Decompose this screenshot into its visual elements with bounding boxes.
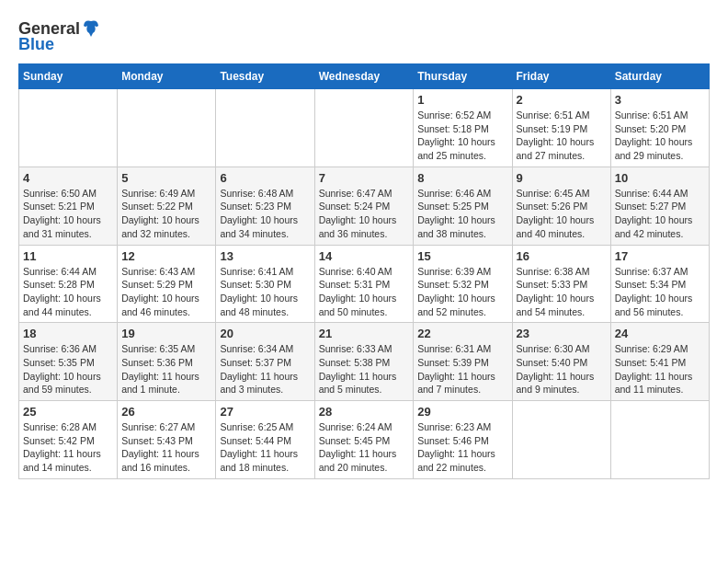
calendar-cell: 16Sunrise: 6:38 AMSunset: 5:33 PMDayligh… xyxy=(512,245,610,323)
day-info: Sunrise: 6:36 AMSunset: 5:35 PMDaylight:… xyxy=(23,342,113,396)
calendar-week-row: 25Sunrise: 6:28 AMSunset: 5:42 PMDayligh… xyxy=(19,401,710,479)
calendar-cell xyxy=(610,401,709,479)
calendar-cell: 26Sunrise: 6:27 AMSunset: 5:43 PMDayligh… xyxy=(118,401,216,479)
day-info: Sunrise: 6:43 AMSunset: 5:29 PMDaylight:… xyxy=(121,265,211,319)
calendar-cell: 1Sunrise: 6:52 AMSunset: 5:18 PMDaylight… xyxy=(414,89,512,167)
day-number: 28 xyxy=(319,405,410,419)
calendar-cell: 7Sunrise: 6:47 AMSunset: 5:24 PMDaylight… xyxy=(314,167,414,245)
day-info: Sunrise: 6:31 AMSunset: 5:39 PMDaylight:… xyxy=(417,342,507,396)
day-number: 3 xyxy=(615,93,705,107)
calendar-header-wednesday: Wednesday xyxy=(314,64,414,89)
day-number: 10 xyxy=(615,171,705,185)
day-info: Sunrise: 6:30 AMSunset: 5:40 PMDaylight:… xyxy=(517,342,607,396)
calendar-cell: 5Sunrise: 6:49 AMSunset: 5:22 PMDaylight… xyxy=(118,167,216,245)
day-number: 24 xyxy=(615,327,705,340)
calendar-cell: 19Sunrise: 6:35 AMSunset: 5:36 PMDayligh… xyxy=(118,323,216,401)
day-number: 9 xyxy=(517,171,607,185)
day-info: Sunrise: 6:50 AMSunset: 5:21 PMDaylight:… xyxy=(23,187,113,241)
day-number: 1 xyxy=(417,93,507,107)
day-info: Sunrise: 6:35 AMSunset: 5:36 PMDaylight:… xyxy=(121,342,211,396)
day-info: Sunrise: 6:51 AMSunset: 5:19 PMDaylight:… xyxy=(517,109,607,163)
day-number: 5 xyxy=(121,171,211,185)
calendar-cell: 3Sunrise: 6:51 AMSunset: 5:20 PMDaylight… xyxy=(610,89,709,167)
logo-bird-icon xyxy=(81,18,101,39)
calendar-cell: 25Sunrise: 6:28 AMSunset: 5:42 PMDayligh… xyxy=(19,401,118,479)
day-info: Sunrise: 6:28 AMSunset: 5:42 PMDaylight:… xyxy=(23,420,113,475)
calendar-header-thursday: Thursday xyxy=(414,64,512,89)
calendar-cell: 29Sunrise: 6:23 AMSunset: 5:46 PMDayligh… xyxy=(414,401,512,479)
calendar-cell: 20Sunrise: 6:34 AMSunset: 5:37 PMDayligh… xyxy=(216,323,314,401)
calendar-cell: 14Sunrise: 6:40 AMSunset: 5:31 PMDayligh… xyxy=(314,245,414,323)
header: General Blue xyxy=(18,18,710,54)
day-info: Sunrise: 6:29 AMSunset: 5:41 PMDaylight:… xyxy=(615,342,705,396)
calendar-header-row: SundayMondayTuesdayWednesdayThursdayFrid… xyxy=(19,64,710,89)
day-info: Sunrise: 6:45 AMSunset: 5:26 PMDaylight:… xyxy=(517,187,607,241)
day-info: Sunrise: 6:40 AMSunset: 5:31 PMDaylight:… xyxy=(319,265,410,319)
calendar-header-sunday: Sunday xyxy=(19,64,118,89)
calendar-cell: 6Sunrise: 6:48 AMSunset: 5:23 PMDaylight… xyxy=(216,167,314,245)
calendar-header-saturday: Saturday xyxy=(610,64,709,89)
calendar-cell: 17Sunrise: 6:37 AMSunset: 5:34 PMDayligh… xyxy=(610,245,709,323)
day-number: 4 xyxy=(23,171,113,185)
calendar-cell: 18Sunrise: 6:36 AMSunset: 5:35 PMDayligh… xyxy=(19,323,118,401)
day-info: Sunrise: 6:52 AMSunset: 5:18 PMDaylight:… xyxy=(417,109,507,163)
day-number: 21 xyxy=(319,327,410,340)
day-number: 7 xyxy=(319,171,410,185)
calendar-cell: 23Sunrise: 6:30 AMSunset: 5:40 PMDayligh… xyxy=(512,323,610,401)
day-number: 12 xyxy=(121,249,211,263)
day-number: 16 xyxy=(517,249,607,263)
day-number: 20 xyxy=(220,327,310,340)
day-info: Sunrise: 6:39 AMSunset: 5:32 PMDaylight:… xyxy=(417,265,507,319)
day-number: 22 xyxy=(417,327,507,340)
calendar-cell xyxy=(118,89,216,167)
calendar-cell: 21Sunrise: 6:33 AMSunset: 5:38 PMDayligh… xyxy=(314,323,414,401)
day-number: 19 xyxy=(121,327,211,340)
day-info: Sunrise: 6:34 AMSunset: 5:37 PMDaylight:… xyxy=(220,342,310,396)
day-number: 2 xyxy=(517,93,607,107)
calendar-cell: 22Sunrise: 6:31 AMSunset: 5:39 PMDayligh… xyxy=(414,323,512,401)
calendar-cell: 2Sunrise: 6:51 AMSunset: 5:19 PMDaylight… xyxy=(512,89,610,167)
day-number: 18 xyxy=(23,327,113,340)
logo-blue-text: Blue xyxy=(18,35,54,54)
calendar-week-row: 11Sunrise: 6:44 AMSunset: 5:28 PMDayligh… xyxy=(19,245,710,323)
calendar-cell: 10Sunrise: 6:44 AMSunset: 5:27 PMDayligh… xyxy=(610,167,709,245)
calendar-cell xyxy=(512,401,610,479)
day-number: 26 xyxy=(121,405,211,419)
day-info: Sunrise: 6:48 AMSunset: 5:23 PMDaylight:… xyxy=(220,187,310,241)
day-info: Sunrise: 6:38 AMSunset: 5:33 PMDaylight:… xyxy=(517,265,607,319)
day-info: Sunrise: 6:44 AMSunset: 5:27 PMDaylight:… xyxy=(615,187,705,241)
calendar-cell: 28Sunrise: 6:24 AMSunset: 5:45 PMDayligh… xyxy=(314,401,414,479)
day-info: Sunrise: 6:23 AMSunset: 5:46 PMDaylight:… xyxy=(417,420,507,475)
calendar-cell: 12Sunrise: 6:43 AMSunset: 5:29 PMDayligh… xyxy=(118,245,216,323)
calendar-week-row: 18Sunrise: 6:36 AMSunset: 5:35 PMDayligh… xyxy=(19,323,710,401)
calendar-cell xyxy=(216,89,314,167)
calendar-cell: 4Sunrise: 6:50 AMSunset: 5:21 PMDaylight… xyxy=(19,167,118,245)
calendar-cell: 8Sunrise: 6:46 AMSunset: 5:25 PMDaylight… xyxy=(414,167,512,245)
day-number: 8 xyxy=(417,171,507,185)
day-number: 11 xyxy=(23,249,113,263)
day-info: Sunrise: 6:46 AMSunset: 5:25 PMDaylight:… xyxy=(417,187,507,241)
calendar-cell: 27Sunrise: 6:25 AMSunset: 5:44 PMDayligh… xyxy=(216,401,314,479)
day-number: 23 xyxy=(517,327,607,340)
day-number: 29 xyxy=(417,405,507,419)
day-number: 25 xyxy=(23,405,113,419)
day-info: Sunrise: 6:41 AMSunset: 5:30 PMDaylight:… xyxy=(220,265,310,319)
calendar-cell xyxy=(19,89,118,167)
day-info: Sunrise: 6:27 AMSunset: 5:43 PMDaylight:… xyxy=(121,420,211,475)
day-info: Sunrise: 6:44 AMSunset: 5:28 PMDaylight:… xyxy=(23,265,113,319)
calendar-cell xyxy=(314,89,414,167)
day-number: 6 xyxy=(220,171,310,185)
day-info: Sunrise: 6:24 AMSunset: 5:45 PMDaylight:… xyxy=(319,420,410,475)
day-number: 17 xyxy=(615,249,705,263)
day-info: Sunrise: 6:37 AMSunset: 5:34 PMDaylight:… xyxy=(615,265,705,319)
calendar-cell: 13Sunrise: 6:41 AMSunset: 5:30 PMDayligh… xyxy=(216,245,314,323)
calendar: SundayMondayTuesdayWednesdayThursdayFrid… xyxy=(18,63,710,479)
day-number: 14 xyxy=(319,249,410,263)
day-info: Sunrise: 6:49 AMSunset: 5:22 PMDaylight:… xyxy=(121,187,211,241)
calendar-cell: 24Sunrise: 6:29 AMSunset: 5:41 PMDayligh… xyxy=(610,323,709,401)
calendar-week-row: 4Sunrise: 6:50 AMSunset: 5:21 PMDaylight… xyxy=(19,167,710,245)
calendar-cell: 11Sunrise: 6:44 AMSunset: 5:28 PMDayligh… xyxy=(19,245,118,323)
day-info: Sunrise: 6:25 AMSunset: 5:44 PMDaylight:… xyxy=(220,420,310,475)
calendar-cell: 9Sunrise: 6:45 AMSunset: 5:26 PMDaylight… xyxy=(512,167,610,245)
calendar-week-row: 1Sunrise: 6:52 AMSunset: 5:18 PMDaylight… xyxy=(19,89,710,167)
